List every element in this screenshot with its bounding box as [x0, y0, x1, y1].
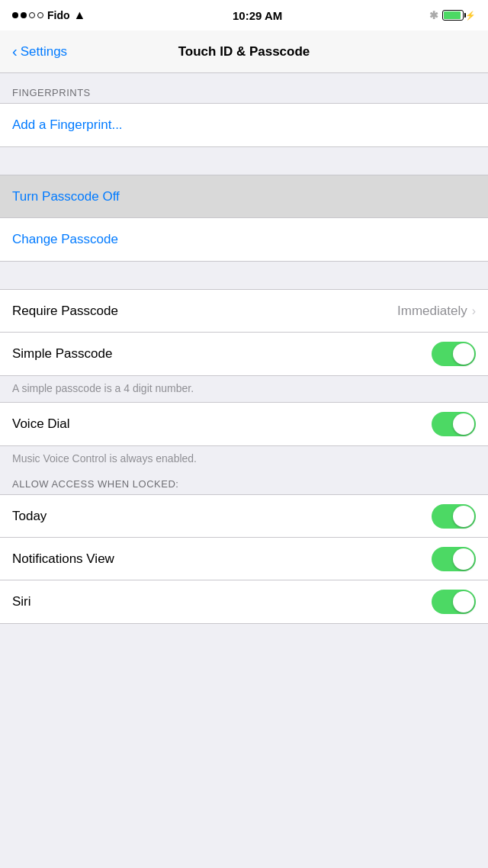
voice-dial-label: Voice Dial: [12, 416, 70, 432]
simple-passcode-toggle[interactable]: [432, 342, 476, 366]
notifications-view-toggle[interactable]: [432, 547, 476, 571]
voice-dial-toggle-knob: [453, 413, 474, 435]
today-row[interactable]: Today: [0, 495, 488, 538]
turn-passcode-off-label: Turn Passcode Off: [12, 189, 120, 204]
signal-dot-3: [29, 12, 35, 18]
status-right: ✱ ⚡: [429, 9, 476, 21]
siri-toggle[interactable]: [432, 590, 476, 614]
simple-passcode-label: Simple Passcode: [12, 346, 112, 362]
battery-fill: [444, 11, 461, 19]
require-passcode-row[interactable]: Require Passcode Immediately ›: [0, 290, 488, 333]
signal-dot-1: [12, 12, 18, 18]
status-time: 10:29 AM: [233, 9, 282, 22]
charging-icon: ⚡: [465, 11, 476, 21]
wifi-icon: ▲: [74, 8, 86, 22]
today-toggle-knob: [453, 506, 474, 527]
add-fingerprint-row[interactable]: Add a Fingerprint...: [0, 104, 488, 146]
voice-dial-group: Voice Dial: [0, 402, 488, 446]
spacer-top: [0, 73, 488, 81]
allow-access-header: ALLOW ACCESS WHEN LOCKED:: [0, 472, 488, 494]
back-button[interactable]: ‹ Settings: [12, 44, 67, 59]
siri-toggle-knob: [453, 591, 474, 612]
signal-dot-2: [21, 12, 27, 18]
siri-label: Siri: [12, 594, 31, 609]
status-left: Fido ▲: [12, 8, 85, 22]
nav-bar: ‹ Settings Touch ID & Passcode: [0, 31, 488, 73]
carrier-name: Fido: [47, 9, 70, 21]
turn-passcode-off-row[interactable]: Turn Passcode Off: [0, 175, 488, 218]
today-label: Today: [12, 509, 47, 524]
require-passcode-label: Require Passcode: [12, 304, 118, 319]
back-label: Settings: [21, 44, 67, 59]
chevron-left-icon: ‹: [12, 43, 18, 59]
add-fingerprint-label: Add a Fingerprint...: [12, 117, 123, 133]
notifications-view-toggle-knob: [453, 548, 474, 570]
voice-dial-row[interactable]: Voice Dial: [0, 403, 488, 445]
signal-dot-4: [37, 12, 43, 18]
battery-body: [442, 10, 464, 21]
battery-icon: ⚡: [442, 10, 476, 21]
simple-passcode-desc: A simple passcode is a 4 digit number.: [0, 376, 488, 402]
notifications-view-label: Notifications View: [12, 551, 114, 567]
fingerprints-header: FINGERPRINTS: [0, 81, 488, 103]
page-title: Touch ID & Passcode: [178, 44, 310, 59]
spacer-2: [0, 262, 488, 289]
options-group: Require Passcode Immediately › Simple Pa…: [0, 289, 488, 376]
require-passcode-right: Immediately ›: [397, 304, 476, 319]
voice-dial-desc: Music Voice Control is always enabled.: [0, 446, 488, 472]
allow-access-group: Today Notifications View Siri: [0, 494, 488, 624]
spacer-1: [0, 147, 488, 175]
passcode-group: Turn Passcode Off Change Passcode: [0, 175, 488, 262]
bluetooth-icon: ✱: [429, 9, 438, 21]
fingerprints-group: Add a Fingerprint...: [0, 103, 488, 147]
signal-icon: [12, 12, 43, 18]
chevron-right-icon: ›: [472, 304, 476, 318]
change-passcode-label: Change Passcode: [12, 232, 118, 247]
voice-dial-toggle[interactable]: [432, 412, 476, 436]
siri-row[interactable]: Siri: [0, 580, 488, 623]
simple-passcode-row[interactable]: Simple Passcode: [0, 333, 488, 375]
require-passcode-value: Immediately: [397, 304, 467, 319]
today-toggle[interactable]: [432, 504, 476, 529]
notifications-view-row[interactable]: Notifications View: [0, 538, 488, 580]
change-passcode-row[interactable]: Change Passcode: [0, 218, 488, 261]
toggle-knob: [453, 343, 474, 365]
status-bar: Fido ▲ 10:29 AM ✱ ⚡: [0, 0, 488, 31]
